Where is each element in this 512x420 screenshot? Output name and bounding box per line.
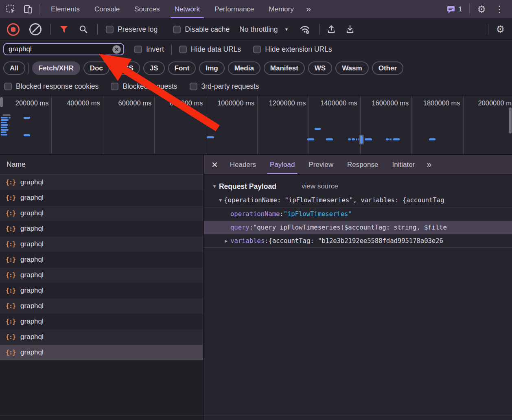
filter-input[interactable]: graphql ✕ xyxy=(3,43,124,55)
request-name: graphql xyxy=(20,256,44,264)
tab-elements[interactable]: Elements xyxy=(44,0,87,18)
checkbox xyxy=(111,83,118,90)
invert-checkbox[interactable]: Invert xyxy=(134,45,164,54)
json-sep: : xyxy=(280,210,283,218)
request-row[interactable]: {:}graphql xyxy=(0,236,203,252)
settings-gear-icon[interactable]: ⚙ xyxy=(477,4,486,14)
payload-object-preview[interactable]: ▼ {operationName: "ipFlowTimeseries", va… xyxy=(204,193,512,207)
detail-tab-response[interactable]: Response xyxy=(340,155,385,174)
throttling-select[interactable]: No throttling ▼ xyxy=(239,25,289,34)
checkbox-label: Blocked response cookies xyxy=(16,82,98,91)
json-braces-icon: {:} xyxy=(6,241,15,248)
request-name: graphql xyxy=(20,287,44,295)
hide-data-urls-checkbox[interactable]: Hide data URLs xyxy=(179,45,241,54)
3rd-party-requests-checkbox[interactable]: 3rd-party requests xyxy=(190,82,259,91)
network-settings-gear-icon[interactable]: ⚙ xyxy=(496,24,505,34)
kebab-menu-icon[interactable]: ⋮ xyxy=(493,5,505,14)
json-braces-icon: {:} xyxy=(6,302,15,310)
name-column-header[interactable]: Name xyxy=(0,155,203,175)
detail-tab-preview[interactable]: Preview xyxy=(302,155,340,174)
request-row[interactable]: {:}graphql xyxy=(0,206,203,221)
filter-funnel-icon[interactable] xyxy=(59,24,69,34)
blocked-response-cookies-checkbox[interactable]: Blocked response cookies xyxy=(4,82,98,91)
request-row[interactable]: {:}graphql xyxy=(0,175,203,190)
network-overview-timeline[interactable]: 200000 ms400000 ms600000 ms800000 ms1000… xyxy=(0,96,512,155)
filter-chip-css[interactable]: CSS xyxy=(113,61,140,75)
filter-chip-fetch-xhr[interactable]: Fetch/XHR xyxy=(32,61,80,75)
timeline-column: 1400000 ms xyxy=(309,96,360,154)
preserve-log-label: Preserve log xyxy=(118,25,158,34)
tab-network[interactable]: Network xyxy=(167,0,207,18)
detail-tab-initiator[interactable]: Initiator xyxy=(385,155,422,174)
detail-tab-headers[interactable]: Headers xyxy=(223,155,263,174)
filter-chip-media[interactable]: Media xyxy=(228,61,260,75)
export-har-icon[interactable] xyxy=(345,24,355,34)
timeline-scroll-handle[interactable] xyxy=(509,107,512,133)
close-icon[interactable]: ✕ xyxy=(211,160,218,170)
record-button[interactable] xyxy=(7,23,20,36)
request-name: graphql xyxy=(20,348,44,357)
waterfall-bar xyxy=(307,138,314,140)
json-braces-icon: {:} xyxy=(6,225,15,232)
preserve-log-checkbox[interactable]: Preserve log xyxy=(106,25,158,34)
request-row[interactable]: {:}graphql xyxy=(0,329,203,345)
search-icon[interactable] xyxy=(79,24,88,34)
payload-line-operationName[interactable]: operationName: "ipFlowTimeseries" xyxy=(204,207,512,221)
filter-chip-font[interactable]: Font xyxy=(168,61,196,75)
request-row[interactable]: {:}graphql xyxy=(0,190,203,206)
invert-label: Invert xyxy=(146,45,164,54)
tab-sources[interactable]: Sources xyxy=(127,0,167,18)
json-value: {accountTag: "b12e3b2192ee5588fdad995178… xyxy=(269,237,443,245)
disable-cache-checkbox[interactable]: Disable cache xyxy=(173,25,230,34)
tab-memory[interactable]: Memory xyxy=(261,0,301,18)
request-row[interactable]: {:}graphql xyxy=(0,252,203,267)
payload-line-query[interactable]: query: "query ipFlowTimeseries($accountT… xyxy=(204,221,512,234)
clear-network-log-icon[interactable] xyxy=(29,23,42,35)
request-row[interactable]: {:}graphql xyxy=(0,314,203,329)
waterfall-bar xyxy=(24,117,30,119)
request-type-chips: AllFetch/XHRDocCSSJSFontImgMediaManifest… xyxy=(0,59,512,77)
request-name: graphql xyxy=(20,302,44,310)
detail-tab-payload[interactable]: Payload xyxy=(263,155,302,174)
waterfall-bar xyxy=(429,138,435,140)
toolbar-divider xyxy=(39,4,39,15)
tab-console[interactable]: Console xyxy=(87,0,127,18)
more-detail-tabs-icon[interactable]: » xyxy=(422,160,436,170)
network-conditions-icon[interactable] xyxy=(299,24,311,34)
blocked-requests-checkbox[interactable]: Blocked requests xyxy=(111,82,177,91)
clear-filter-icon[interactable]: ✕ xyxy=(112,45,121,54)
request-name: graphql xyxy=(20,317,44,326)
filter-chip-other[interactable]: Other xyxy=(372,61,403,75)
more-tabs-icon[interactable]: » xyxy=(301,4,316,15)
filter-chip-doc[interactable]: Doc xyxy=(83,61,109,75)
payload-line-variables[interactable]: ▶ variables: {accountTag: "b12e3b2192ee5… xyxy=(204,234,512,247)
tab-performance[interactable]: Performance xyxy=(207,0,261,18)
waterfall-bar xyxy=(360,136,363,144)
filter-chip-all[interactable]: All xyxy=(3,61,25,75)
request-row[interactable]: {:}graphql xyxy=(0,298,203,314)
badge-count: 1 xyxy=(458,5,462,13)
timeline-tick-label: 1000000 ms xyxy=(217,99,254,107)
json-sep: : xyxy=(249,224,253,231)
inspect-element-icon[interactable] xyxy=(6,4,16,15)
filter-chip-ws[interactable]: WS xyxy=(308,61,332,75)
device-toolbar-icon[interactable] xyxy=(23,4,33,15)
request-row[interactable]: {:}graphql xyxy=(0,345,203,360)
json-braces-icon: {:} xyxy=(6,179,15,186)
timeline-tick-label: 1400000 ms xyxy=(320,99,357,107)
filter-chip-manifest[interactable]: Manifest xyxy=(264,61,305,75)
request-row[interactable]: {:}graphql xyxy=(0,221,203,236)
timeline-scroll-handle[interactable] xyxy=(0,97,3,107)
request-row[interactable]: {:}graphql xyxy=(0,267,203,283)
hide-extension-urls-label: Hide extension URLs xyxy=(265,45,332,54)
request-payload-section[interactable]: ▼ Request Payload view source xyxy=(204,179,512,193)
chat-bubble-icon xyxy=(446,5,455,14)
filter-chip-js[interactable]: JS xyxy=(143,61,165,75)
filter-chip-img[interactable]: Img xyxy=(199,61,224,75)
request-row[interactable]: {:}graphql xyxy=(0,283,203,298)
filter-chip-wasm[interactable]: Wasm xyxy=(335,61,368,75)
console-messages-badge[interactable]: 1 xyxy=(446,5,462,14)
hide-extension-urls-checkbox[interactable]: Hide extension URLs xyxy=(253,45,332,54)
view-source-link[interactable]: view source xyxy=(302,182,338,190)
import-har-icon[interactable] xyxy=(326,24,336,34)
